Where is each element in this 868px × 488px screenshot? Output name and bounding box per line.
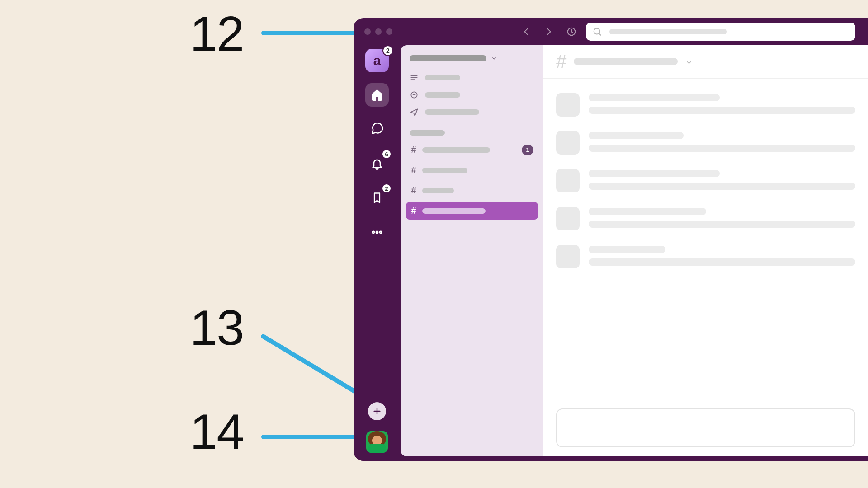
message-skeleton-line [589, 246, 665, 253]
message-item[interactable] [556, 245, 855, 268]
channels-section-header[interactable] [406, 122, 538, 138]
send-icon [410, 108, 419, 117]
dm-icon [371, 123, 383, 136]
message-skeleton-line [589, 208, 706, 215]
rail-home-button[interactable] [365, 83, 389, 107]
svg-point-4 [380, 231, 382, 233]
svg-point-2 [373, 231, 374, 233]
sidebar-item-threads[interactable] [406, 88, 538, 102]
message-list[interactable] [543, 79, 868, 399]
nav-back-button[interactable] [518, 23, 534, 40]
message-skeleton-line [589, 107, 855, 114]
channel-name-skeleton [422, 147, 490, 153]
activity-badge: 6 [382, 149, 392, 159]
channel-item[interactable]: # 1 [406, 141, 538, 159]
bell-icon [371, 157, 383, 170]
workspace-name-skeleton [410, 55, 486, 61]
search-input[interactable] [586, 23, 855, 41]
workspace-switcher[interactable]: a 2 [365, 49, 389, 72]
hash-icon: # [410, 165, 417, 175]
ellipsis-icon [371, 226, 383, 239]
message-item[interactable] [556, 93, 855, 117]
message-skeleton-line [589, 94, 720, 101]
message-avatar[interactable] [556, 131, 580, 155]
home-icon [371, 89, 383, 101]
window-controls[interactable] [360, 28, 392, 35]
hash-icon: # [410, 185, 417, 196]
hash-icon: # [410, 145, 417, 155]
clock-icon [566, 27, 576, 37]
sidebar-item-label [425, 92, 460, 98]
lines-icon [410, 73, 419, 82]
workspace-title[interactable] [406, 52, 538, 68]
sidebar-item-label [425, 109, 479, 115]
message-item[interactable] [556, 169, 855, 192]
annotation-13-leader [260, 333, 365, 399]
app-window: a 2 6 2 [354, 18, 868, 461]
section-header-label [410, 130, 445, 136]
channel-name-skeleton [422, 188, 454, 193]
rail-more-button[interactable] [365, 221, 389, 244]
sidebar-item-label [425, 75, 460, 80]
search-icon [592, 27, 602, 37]
nav-forward-button[interactable] [541, 23, 557, 40]
user-avatar[interactable] [366, 431, 388, 453]
annotation-14-leader [261, 435, 360, 439]
hash-icon: # [556, 51, 566, 72]
rail-activity-button[interactable]: 6 [365, 152, 389, 175]
message-avatar[interactable] [556, 169, 580, 192]
annotation-13-label: 13 [190, 303, 243, 352]
svg-point-3 [376, 231, 378, 233]
channel-title-skeleton [574, 58, 678, 65]
window-control-dot[interactable] [386, 28, 392, 35]
channel-sidebar: # 1 # # # [401, 45, 543, 456]
workspace-rail: a 2 6 2 [354, 45, 401, 461]
hash-icon: # [410, 206, 417, 216]
message-item[interactable] [556, 207, 855, 230]
chevron-right-icon [544, 27, 554, 37]
message-skeleton-line [589, 170, 720, 177]
workspace-badge: 2 [382, 45, 393, 56]
annotation-12-label: 12 [190, 9, 243, 59]
message-avatar[interactable] [556, 207, 580, 230]
workspace-letter: a [373, 53, 381, 68]
rail-later-button[interactable]: 2 [365, 186, 389, 210]
message-skeleton-line [589, 258, 855, 266]
sidebar-item-unreads[interactable] [406, 70, 538, 85]
history-button[interactable] [563, 23, 580, 40]
channel-header[interactable]: # [543, 45, 868, 79]
channel-name-skeleton [422, 168, 467, 173]
channel-unread-badge: 1 [522, 145, 533, 155]
channel-item[interactable]: # [406, 161, 538, 179]
message-composer[interactable] [556, 408, 855, 447]
search-placeholder-skeleton [609, 29, 727, 34]
avatar-body [368, 444, 386, 453]
message-item[interactable] [556, 131, 855, 155]
create-new-button[interactable] [368, 402, 386, 420]
main-pane: # [543, 45, 868, 456]
message-avatar[interactable] [556, 245, 580, 268]
window-control-dot[interactable] [364, 28, 371, 35]
rail-dms-button[interactable] [365, 117, 389, 141]
bookmark-icon [371, 192, 383, 204]
svg-point-1 [594, 28, 600, 34]
message-skeleton-line [589, 183, 855, 190]
message-skeleton-line [589, 221, 855, 228]
thread-icon [410, 90, 419, 99]
chevron-left-icon [521, 27, 531, 37]
later-badge: 2 [382, 183, 392, 193]
channel-item[interactable]: # [406, 182, 538, 199]
annotation-14-label: 14 [190, 407, 243, 456]
message-avatar[interactable] [556, 93, 580, 117]
top-toolbar [354, 18, 868, 45]
sidebar-item-drafts[interactable] [406, 105, 538, 119]
plus-icon [372, 406, 382, 416]
message-skeleton-line [589, 132, 684, 139]
message-skeleton-line [589, 145, 855, 152]
channel-name-skeleton [422, 208, 486, 214]
chevron-down-icon [685, 58, 691, 65]
window-control-dot[interactable] [375, 28, 382, 35]
channel-item-active[interactable]: # [406, 202, 538, 220]
chevron-down-icon [491, 55, 497, 61]
